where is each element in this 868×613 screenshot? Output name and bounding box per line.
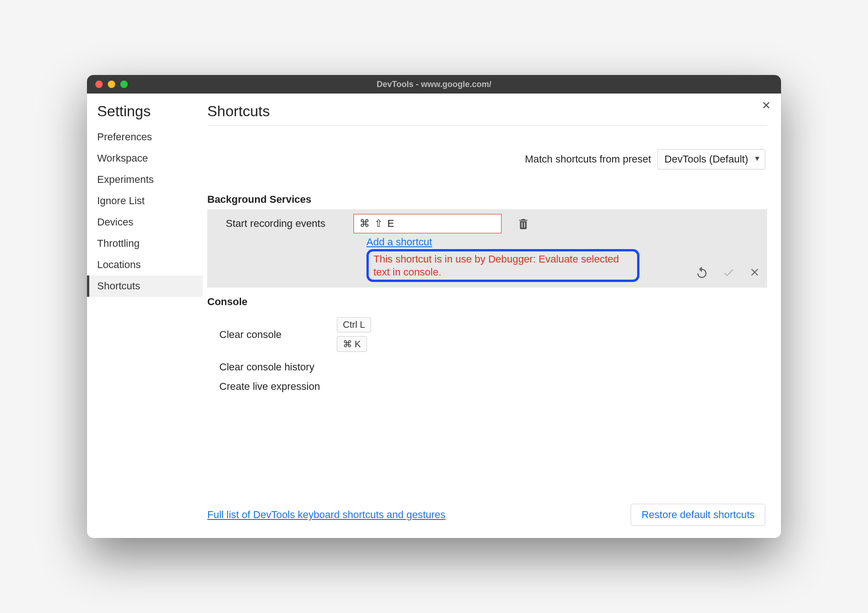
action-label-start-recording: Start recording events — [214, 218, 343, 230]
kbd-chip: ⌘ K — [337, 336, 367, 352]
edit-actions — [695, 265, 761, 279]
sidebar-title: Settings — [87, 103, 203, 126]
console-row-live-expression[interactable]: Create live expression — [207, 377, 767, 396]
console-row-clear-history[interactable]: Clear console history — [207, 357, 767, 377]
preset-select[interactable]: DevTools (Default) — [657, 149, 765, 169]
sidebar-item-shortcuts[interactable]: Shortcuts — [87, 275, 203, 297]
shortcut-input[interactable]: ⌘ ⇧ E — [353, 214, 502, 233]
sidebar-item-preferences[interactable]: Preferences — [87, 126, 203, 148]
close-icon[interactable]: ✕ — [762, 100, 771, 111]
restore-defaults-button[interactable]: Restore default shortcuts — [631, 504, 765, 526]
error-callout: This shortcut is in use by Debugger: Eva… — [366, 249, 639, 282]
edit-row: Start recording events ⌘ ⇧ E — [214, 214, 761, 233]
console-row-clear-console[interactable]: Clear console Ctrl L ⌘ K — [207, 312, 767, 357]
sidebar-item-locations[interactable]: Locations — [87, 254, 203, 275]
full-list-link[interactable]: Full list of DevTools keyboard shortcuts… — [207, 509, 446, 521]
window-close-icon[interactable] — [95, 81, 103, 88]
kbd-chip: Ctrl L — [337, 317, 371, 332]
window-title: DevTools - www.google.com/ — [87, 80, 781, 89]
action-label: Clear console — [207, 329, 337, 341]
preset-value: DevTools (Default) — [664, 153, 748, 165]
sidebar-item-devices[interactable]: Devices — [87, 212, 203, 233]
footer: Full list of DevTools keyboard shortcuts… — [207, 494, 767, 529]
sidebar: Settings Preferences Workspace Experimen… — [87, 94, 203, 538]
sidebar-item-throttling[interactable]: Throttling — [87, 233, 203, 254]
undo-icon[interactable] — [695, 265, 709, 279]
titlebar: DevTools - www.google.com/ — [87, 75, 781, 94]
confirm-icon — [722, 265, 736, 279]
section-background-services: Background Services — [207, 194, 767, 206]
add-shortcut-link[interactable]: Add a shortcut — [366, 236, 432, 248]
shortcut-chips: Ctrl L ⌘ K — [337, 315, 371, 354]
sidebar-item-experiments[interactable]: Experiments — [87, 169, 203, 190]
devtools-window: DevTools - www.google.com/ ✕ Settings Pr… — [87, 75, 781, 538]
sidebar-item-workspace[interactable]: Workspace — [87, 148, 203, 169]
action-label: Create live expression — [207, 381, 337, 393]
traffic-lights — [87, 81, 128, 88]
settings-body: ✕ Settings Preferences Workspace Experim… — [87, 94, 781, 538]
shortcut-editor: Start recording events ⌘ ⇧ E Add a short… — [207, 209, 767, 288]
preset-label: Match shortcuts from preset — [525, 153, 651, 165]
window-zoom-icon[interactable] — [120, 81, 128, 88]
error-text: This shortcut is in use by Debugger: Eva… — [373, 253, 632, 278]
main-panel: Shortcuts Match shortcuts from preset De… — [203, 94, 781, 538]
section-console: Console — [207, 296, 767, 308]
page-title: Shortcuts — [207, 103, 767, 126]
action-label: Clear console history — [207, 361, 337, 373]
trash-icon[interactable] — [518, 218, 528, 230]
window-minimize-icon[interactable] — [108, 81, 115, 88]
preset-row: Match shortcuts from preset DevTools (De… — [207, 149, 765, 169]
sidebar-item-ignore-list[interactable]: Ignore List — [87, 190, 203, 212]
cancel-icon[interactable] — [749, 266, 761, 278]
